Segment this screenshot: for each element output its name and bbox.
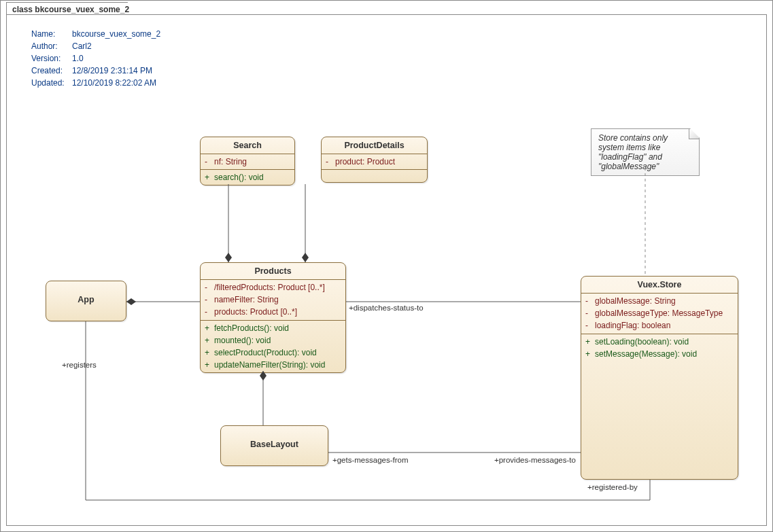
class-vuex-store[interactable]: Vuex.Store -globalMessage: String -globa… (581, 276, 738, 480)
meta-author-label: Author: (31, 40, 72, 52)
diagram-metadata: Name:bkcourse_vuex_some_2 Author:Carl2 V… (31, 28, 160, 89)
attr: products: Product [0..*] (214, 306, 297, 317)
op: mounted(): void (214, 335, 271, 346)
class-app-name: App (46, 281, 126, 308)
label-gets-messages: +gets-messages-from (332, 456, 409, 464)
op: search(): void (214, 172, 264, 183)
op: updateNameFilter(String): void (214, 359, 325, 370)
vis: + (205, 347, 214, 358)
diagram-tab-label: class bkcourse_vuex_some_2 (12, 5, 129, 14)
vis: - (585, 296, 595, 306)
attr: product: Product (335, 156, 395, 167)
class-products[interactable]: Products -/filteredProducts: Product [0.… (200, 262, 346, 373)
attr: loadingFlag: boolean (595, 320, 670, 331)
vis: + (585, 349, 595, 359)
vis: - (205, 156, 214, 167)
meta-created-value: 12/8/2019 2:31:14 PM (72, 65, 152, 77)
vis: - (205, 282, 214, 293)
op: fetchProducts(): void (214, 323, 289, 334)
vis: + (205, 335, 214, 346)
label-registered-by: +registered-by (587, 483, 638, 491)
class-product-details-name: ProductDetails (322, 137, 427, 154)
store-note: Store contains only system items like "l… (591, 128, 700, 176)
op: selectProduct(Product): void (214, 347, 317, 358)
meta-updated-label: Updated: (31, 77, 72, 89)
vis: - (585, 308, 595, 319)
attr: globalMessageType: MessageType (595, 308, 723, 319)
class-base-layout-name: BaseLayout (221, 426, 328, 453)
attr: /filteredProducts: Product [0..*] (214, 282, 325, 293)
op: setMessage(Message): void (595, 349, 697, 359)
attr: nf: String (214, 156, 247, 167)
class-vuex-store-name: Vuex.Store (581, 277, 738, 294)
label-provides-messages: +provides-messages-to (494, 456, 576, 464)
vis: + (585, 336, 595, 347)
class-product-details[interactable]: ProductDetails -product: Product (321, 137, 428, 183)
attr: globalMessage: String (595, 296, 676, 306)
meta-name-value: bkcourse_vuex_some_2 (72, 28, 160, 40)
attr: nameFilter: String (214, 294, 279, 305)
diagram-canvas: class bkcourse_vuex_some_2 Name:bkcourse… (0, 0, 773, 532)
vis: - (205, 294, 214, 305)
class-search-name: Search (201, 137, 294, 154)
meta-created-label: Created: (31, 65, 72, 77)
vis: + (205, 323, 214, 334)
class-app[interactable]: App (46, 281, 126, 321)
meta-updated-value: 12/10/2019 8:22:02 AM (72, 77, 156, 89)
vis: + (205, 172, 214, 183)
store-note-text: Store contains only system items like "l… (598, 133, 668, 171)
vis: - (326, 156, 335, 167)
vis: + (205, 359, 214, 370)
label-dispatches: +dispatches-status-to (349, 304, 424, 312)
vis: - (205, 306, 214, 317)
meta-author-value: Carl2 (72, 40, 92, 52)
meta-name-label: Name: (31, 28, 72, 40)
class-products-name: Products (201, 263, 345, 280)
op: setLoading(boolean): void (595, 336, 689, 347)
vis: - (585, 320, 595, 331)
label-registers: +registers (62, 361, 97, 369)
class-search[interactable]: Search -nf: String +search(): void (200, 137, 295, 185)
meta-version-label: Version: (31, 52, 72, 65)
meta-version-value: 1.0 (72, 52, 84, 65)
class-base-layout[interactable]: BaseLayout (220, 425, 328, 466)
